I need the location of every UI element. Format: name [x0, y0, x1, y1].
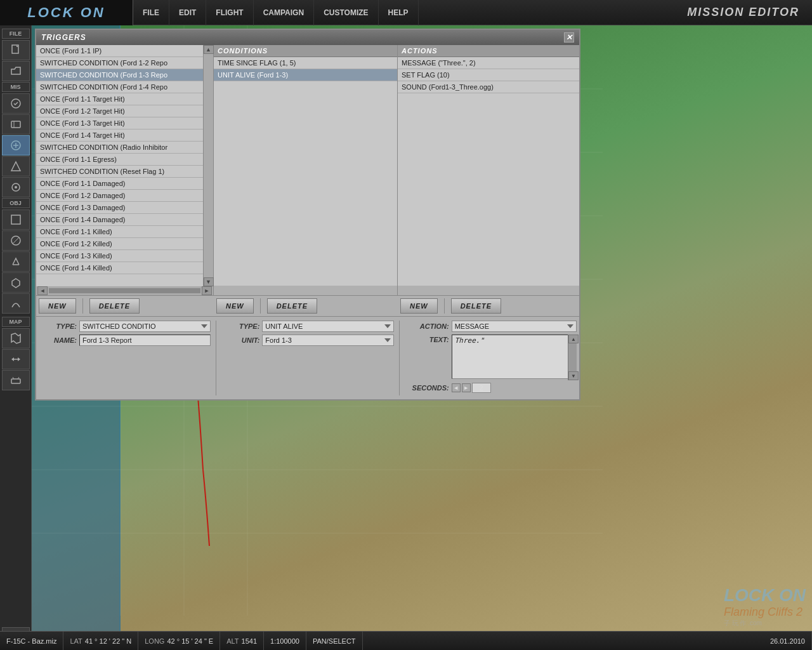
menu-flight[interactable]: FLIGHT — [206, 0, 253, 25]
lat-value: 41 ° 12 ' 22 " N — [85, 637, 131, 645]
menu-campaign[interactable]: CAMPAIGN — [254, 0, 314, 25]
triggers-name-input[interactable] — [79, 335, 211, 346]
trigger-item-11[interactable]: ONCE (Ford 1-1 Damaged) — [36, 178, 203, 190]
trigger-item-12[interactable]: ONCE (Ford 1-2 Damaged) — [36, 190, 203, 202]
triggers-name-label: NAME: — [39, 336, 77, 344]
sidebar-btn-2[interactable] — [2, 114, 30, 135]
conditions-unit-select[interactable]: Ford 1-3 — [262, 335, 393, 346]
conditions-panel: CONDITIONS TIME SINCE FLAG (1, 5)UNIT AL… — [214, 45, 398, 295]
alt-value: 1541 — [242, 637, 257, 645]
alt-label: ALT — [226, 637, 239, 645]
triggers-delete-btn[interactable]: DELETE — [89, 298, 140, 314]
trigger-item-4[interactable]: ONCE (Ford 1-1 Target Hit) — [36, 93, 203, 105]
conditions-form: TYPE: UNIT ALIVE UNIT: Ford 1-3 — [221, 321, 393, 395]
actions-delete-btn[interactable]: DELETE — [451, 298, 501, 314]
sidebar-map-btn3[interactable] — [2, 370, 30, 390]
scroll-down-btn[interactable]: ▼ — [204, 277, 214, 286]
trigger-item-2[interactable]: SWITCHED CONDITION (Ford 1-3 Repo — [36, 69, 203, 81]
sidebar-obj-btn1[interactable] — [2, 209, 30, 230]
conditions-new-btn[interactable]: NEW — [216, 298, 254, 314]
triggers-new-btn[interactable]: NEW — [39, 298, 76, 314]
conditions-list[interactable]: TIME SINCE FLAG (1, 5)UNIT ALIVE (Ford 1… — [214, 57, 397, 286]
stepper-dec-btn[interactable]: ◄ — [452, 383, 461, 392]
menu-file[interactable]: FILE — [133, 0, 169, 25]
trigger-item-3[interactable]: SWITCHED CONDITION (Ford 1-4 Repo — [36, 81, 203, 93]
scroll-up-btn[interactable]: ▲ — [204, 45, 214, 54]
sidebar-btn-1[interactable] — [2, 93, 30, 114]
trigger-item-14[interactable]: ONCE (Ford 1-4 Damaged) — [36, 214, 203, 226]
trigger-item-16[interactable]: ONCE (Ford 1-2 Killed) — [36, 238, 203, 250]
sidebar-obj-btn5[interactable] — [2, 293, 30, 314]
action-item-1[interactable]: SET FLAG (10) — [398, 69, 579, 81]
triggers-content: ONCE (Ford 1-1 IP)SWITCHED CONDITION (Fo… — [36, 45, 579, 295]
conditions-type-label: TYPE: — [221, 322, 259, 330]
triggers-scrollbar[interactable]: ▲ ▼ — [203, 45, 213, 286]
action-item-2[interactable]: SOUND (Ford1-3_Three.ogg) — [398, 81, 579, 93]
text-scroll-up[interactable]: ▲ — [568, 335, 579, 343]
trigger-item-1[interactable]: SWITCHED CONDITION (Ford 1-2 Repo — [36, 57, 203, 69]
trigger-item-10[interactable]: SWITCHED CONDITION (Reset Flag 1) — [36, 166, 203, 178]
menu-help[interactable]: HELP — [379, 0, 419, 25]
svg-point-9 — [15, 186, 17, 189]
scale-status: 1:100000 — [264, 632, 306, 650]
trigger-item-9[interactable]: ONCE (Ford 1-1 Egress) — [36, 154, 203, 166]
triggers-list-scroll[interactable]: ONCE (Ford 1-1 IP)SWITCHED CONDITION (Fo… — [36, 45, 203, 286]
trigger-item-17[interactable]: ONCE (Ford 1-3 Killed) — [36, 250, 203, 262]
sidebar-obj-btn3[interactable] — [2, 251, 30, 272]
conditions-type-select[interactable]: UNIT ALIVE — [262, 321, 393, 332]
sidebar-map-btn1[interactable] — [2, 328, 30, 348]
btn-sep-1 — [82, 298, 83, 314]
svg-marker-15 — [11, 333, 20, 343]
condition-item-0[interactable]: TIME SINCE FLAG (1, 5) — [214, 57, 397, 69]
sidebar-map-btn2[interactable] — [2, 349, 30, 369]
sidebar-mis-label: MIS — [2, 82, 30, 92]
actions-list[interactable]: MESSAGE ("Three.", 2)SET FLAG (10)SOUND … — [398, 57, 579, 286]
triggers-type-label: TYPE: — [39, 322, 77, 330]
menu-customize[interactable]: CUSTOMIZE — [314, 0, 378, 25]
sidebar-open-btn[interactable] — [2, 61, 30, 81]
action-item-0[interactable]: MESSAGE ("Three.", 2) — [398, 57, 579, 69]
trigger-item-8[interactable]: SWITCHED CONDITION (Radio Inhibitor — [36, 142, 203, 154]
lat-label: LAT — [70, 637, 82, 645]
trigger-item-7[interactable]: ONCE (Ford 1-4 Target Hit) — [36, 129, 203, 142]
map-area: ZUGDIDI POTI BATUMI ■ LOCK ON Flaming Cl… — [32, 25, 812, 650]
sidebar-btn-3[interactable] — [2, 135, 30, 156]
actions-action-select[interactable]: MESSAGE — [452, 321, 577, 332]
menu-edit[interactable]: EDIT — [169, 0, 206, 25]
scroll-left-btn[interactable]: ◄ — [37, 286, 48, 295]
sidebar-obj-btn2[interactable] — [2, 230, 30, 251]
long-status: LONG 42 ° 15 ' 24 " E — [138, 632, 220, 650]
svg-marker-18 — [18, 357, 20, 361]
trigger-item-15[interactable]: ONCE (Ford 1-1 Killed) — [36, 226, 203, 238]
trigger-item-18[interactable]: ONCE (Ford 1-4 Killed) — [36, 262, 203, 274]
actions-text-row: TEXT: ▲ ▼ — [405, 335, 577, 380]
actions-seconds-label: SECONDS: — [405, 384, 449, 392]
triggers-type-select[interactable]: SWITCHED CONDITIO — [79, 321, 211, 332]
sidebar-new-btn[interactable] — [2, 40, 30, 60]
conditions-buttons: NEW DELETE — [216, 298, 400, 314]
conditions-delete-btn[interactable]: DELETE — [267, 298, 317, 314]
trigger-item-6[interactable]: ONCE (Ford 1-3 Target Hit) — [36, 117, 203, 129]
actions-text-textarea[interactable] — [452, 335, 577, 379]
svg-marker-7 — [11, 162, 20, 171]
trigger-item-5[interactable]: ONCE (Ford 1-2 Target Hit) — [36, 105, 203, 117]
text-scroll-down[interactable]: ▼ — [568, 371, 579, 380]
triggers-buttons: NEW DELETE — [39, 298, 216, 314]
condition-item-1[interactable]: UNIT ALIVE (Ford 1-3) — [214, 69, 397, 81]
watermark-site: 子 玩 作 .com — [724, 619, 806, 628]
actions-new-btn[interactable]: NEW — [400, 298, 438, 314]
trigger-item-13[interactable]: ONCE (Ford 1-3 Damaged) — [36, 202, 203, 214]
sidebar-btn-5[interactable] — [2, 177, 30, 197]
conditions-unit-row: UNIT: Ford 1-3 — [221, 335, 393, 346]
triggers-close-btn[interactable]: ✕ — [564, 32, 574, 43]
horiz-scroll[interactable]: ◄ ► — [36, 286, 213, 295]
conditions-unit-label: UNIT: — [221, 336, 259, 344]
triggers-titlebar: TRIGGERS ✕ — [36, 30, 579, 45]
logo-text: LOCK ON — [27, 4, 105, 21]
stepper-inc-btn[interactable]: ► — [462, 383, 471, 392]
sidebar-btn-4[interactable] — [2, 156, 30, 176]
scroll-right-btn[interactable]: ► — [202, 286, 212, 295]
sidebar-obj-btn4[interactable] — [2, 272, 30, 293]
trigger-item-0[interactable]: ONCE (Ford 1-1 IP) — [36, 45, 203, 57]
actions-form: ACTION: MESSAGE TEXT: ▲ ▼ — [405, 321, 577, 395]
